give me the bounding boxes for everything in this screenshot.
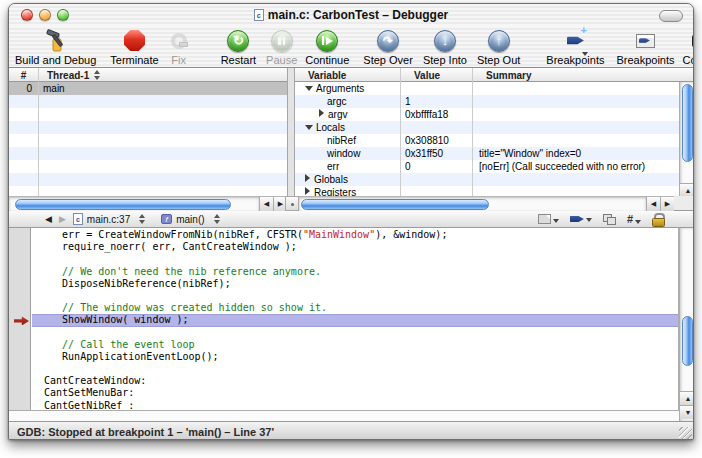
summary-column-header[interactable]: Summary [472, 68, 692, 82]
code-line[interactable]: DisposeNibReference(nibRef); [32, 278, 678, 290]
scrollbar-thumb[interactable] [301, 199, 489, 210]
zoom-button[interactable] [57, 9, 69, 21]
code-line[interactable]: require_noerr( err, CantCreateWindow ); [32, 241, 678, 253]
thread-row[interactable]: 0main [9, 82, 287, 95]
resize-grip[interactable] [679, 427, 692, 440]
variable-row[interactable]: argc1 [295, 95, 694, 108]
disclosure-triangle-icon[interactable] [305, 86, 313, 91]
editor-vertical-scrollbar[interactable]: ▲ ▼ [679, 228, 694, 421]
scroll-right-button[interactable]: ▶ [660, 196, 674, 211]
code-line[interactable]: // Call the event loop [32, 339, 678, 351]
toolbar-toggle-pill[interactable] [659, 10, 683, 22]
code-line[interactable]: // We don't need the nib reference anymo… [32, 266, 678, 278]
disclosure-triangle-icon[interactable] [305, 174, 310, 182]
terminate-button[interactable]: Terminate [110, 28, 158, 66]
breakpoints-window-button[interactable]: Breakpoints [616, 28, 674, 66]
code-line[interactable] [32, 290, 678, 302]
desktop: c main.c: CarbonTest – Debugger Build an… [0, 0, 702, 458]
code-line[interactable]: CantGetNibRef : [32, 400, 678, 410]
forward-arrow-button[interactable]: ▶ [59, 214, 66, 224]
variables-horizontal-scrollbar[interactable] [299, 196, 646, 211]
scroll-down-button[interactable]: ▼ [680, 405, 694, 419]
scroll-left-button[interactable]: ◀ [259, 196, 273, 211]
file-popup[interactable]: c main.c:37 [73, 213, 145, 225]
counterpart-button[interactable] [538, 214, 559, 224]
step-out-button[interactable]: ↑ Step Out [477, 28, 520, 66]
code-line[interactable]: ShowWindow( window ); [32, 314, 678, 326]
status-bar: GDB: Stopped at breakpoint 1 – 'main() –… [9, 421, 693, 440]
scrollbar-row: ◀ ▶ ◀ ▶ [9, 196, 693, 211]
scroll-left-button[interactable]: ◀ [646, 196, 660, 211]
variable-list[interactable]: Argumentsargc1argv0xbffffa18LocalsnibRef… [295, 82, 694, 196]
scrollbar-thumb[interactable] [682, 316, 693, 366]
disclosure-triangle-icon[interactable] [319, 109, 324, 117]
disclosure-triangle-icon[interactable] [305, 187, 310, 195]
thread-popup-header[interactable]: Thread-1 [38, 68, 287, 82]
variable-row[interactable]: Locals [295, 121, 694, 134]
popup-stepper-icon [139, 214, 145, 224]
step-into-icon: ↓ [434, 28, 456, 53]
source-code[interactable]: err = CreateWindowFromNib(nibRef, CFSTR(… [32, 229, 678, 410]
variable-row[interactable]: nibRef0x308810 [295, 134, 694, 147]
column-divider [472, 68, 473, 196]
empty-row [9, 160, 287, 173]
code-line[interactable]: err = CreateWindowFromNib(nibRef, CFSTR(… [32, 229, 678, 241]
code-line[interactable]: CantSetMenuBar: [32, 387, 678, 399]
editor-gutter[interactable] [9, 228, 31, 410]
title-bar[interactable]: c main.c: CarbonTest – Debugger [9, 4, 693, 26]
counterpart-icon [538, 214, 551, 224]
continue-icon [316, 28, 338, 53]
empty-row [9, 121, 287, 134]
variable-row[interactable]: Globals [295, 173, 694, 186]
code-line[interactable] [32, 253, 678, 265]
breakpoint-icon [570, 215, 584, 223]
step-into-button[interactable]: ↓ Step Into [423, 28, 467, 66]
console-button[interactable]: (gdb) Console [683, 28, 694, 66]
variable-row[interactable]: Arguments [295, 82, 694, 95]
included-files-button[interactable] [603, 214, 616, 225]
scrollbar-thumb[interactable] [15, 199, 231, 210]
status-text: GDB: Stopped at breakpoint 1 – 'main() –… [17, 426, 274, 438]
continue-button[interactable]: Continue [305, 28, 349, 66]
variable-row[interactable]: err0[noErr] (Call succeeded with no erro… [295, 160, 694, 173]
line-number-button[interactable]: # [627, 213, 641, 225]
thread-num-column-header[interactable]: # [9, 68, 38, 82]
code-line[interactable] [32, 327, 678, 339]
fix-button: Fix [171, 28, 187, 66]
variable-row[interactable]: argv0xbffffa18 [295, 108, 694, 121]
disclosure-triangle-icon[interactable] [305, 125, 313, 130]
empty-row [9, 147, 287, 160]
splitter-dot-button[interactable] [285, 196, 299, 211]
function-popup[interactable]: f main() [161, 214, 219, 225]
restart-button[interactable]: ↻ Restart [221, 28, 256, 66]
variable-row[interactable]: Registers [295, 186, 694, 196]
scroll-up-button[interactable]: ▲ [680, 183, 694, 197]
code-line[interactable]: RunApplicationEventLoop(); [32, 351, 678, 363]
value-column-header[interactable]: Value [400, 68, 472, 82]
document-icon: c [254, 9, 264, 21]
threads-horizontal-scrollbar[interactable] [9, 196, 259, 211]
variable-column-header[interactable]: Variable [295, 68, 400, 82]
source-editor[interactable]: err = CreateWindowFromNib(nibRef, CFSTR(… [9, 228, 679, 410]
thread-list[interactable]: 0main [9, 82, 287, 196]
code-line[interactable]: // The window was created hidden so show… [32, 302, 678, 314]
minimize-button[interactable] [39, 9, 51, 21]
step-over-button[interactable]: ↷ Step Over [363, 28, 413, 66]
back-arrow-button[interactable]: ◀ [45, 214, 52, 224]
code-line[interactable] [32, 363, 678, 375]
scrollbar-thumb[interactable] [682, 84, 693, 162]
code-line[interactable]: CantCreateWindow: [32, 375, 678, 387]
close-button[interactable] [21, 9, 33, 21]
add-breakpoint-button[interactable]: + Breakpoints [546, 28, 604, 66]
stop-octagon-icon [124, 28, 145, 53]
toolbar-item-label: Step Out [477, 54, 520, 66]
pane-splitter[interactable] [287, 68, 295, 211]
editor-horizontal-scrollbar[interactable] [9, 410, 679, 421]
variables-vertical-scrollbar[interactable]: ▲ ▼ [679, 82, 694, 211]
lock-button[interactable] [652, 213, 663, 225]
build-and-debug-button[interactable]: Build and Debug [15, 28, 96, 66]
breakpoint-menu-button[interactable] [570, 215, 592, 223]
variable-row[interactable]: window0x31ff50title="Window" index=0 [295, 147, 694, 160]
scroll-up-button[interactable]: ▲ [680, 391, 694, 405]
pane-headers: # Thread-1 Variable Value Summary [9, 68, 693, 82]
